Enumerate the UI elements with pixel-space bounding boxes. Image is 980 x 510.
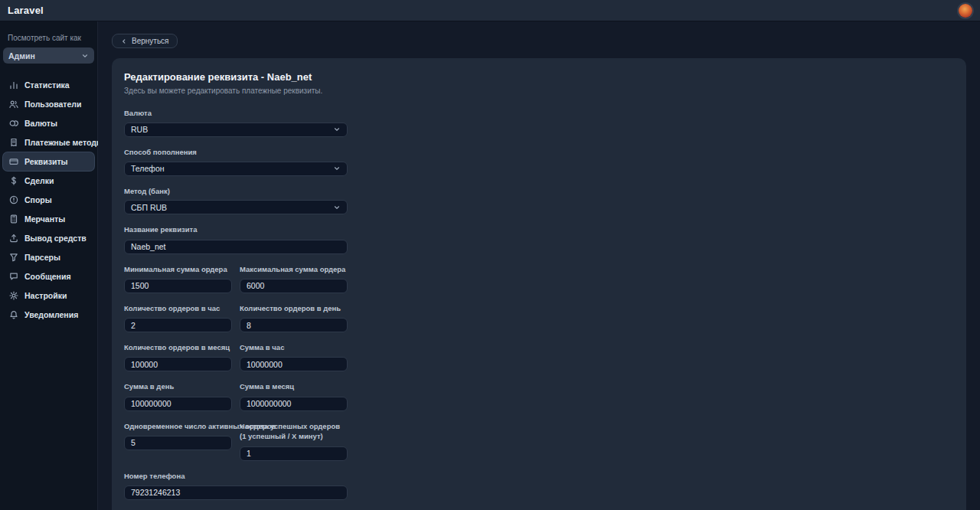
- sidebar-item-users[interactable]: Пользователи: [3, 95, 94, 113]
- active-orders-label: Одновременное число активных ордеров: [124, 421, 232, 432]
- sidebar-item-label: Мерчанты: [24, 214, 65, 224]
- orders-per-month-input[interactable]: [124, 357, 232, 371]
- sidebar-item-label: Парсеры: [24, 253, 60, 262]
- dollar-icon: [8, 176, 18, 186]
- chat-icon: [8, 272, 18, 282]
- sidebar-item-label: Статистика: [24, 80, 70, 90]
- sidebar-item-requisites[interactable]: Реквизиты: [3, 152, 94, 171]
- success-rate-label: Частота успешных ордеров (1 успешный / X…: [240, 421, 348, 443]
- app-logo[interactable]: Laravel: [8, 5, 44, 16]
- coins-icon: [8, 119, 18, 129]
- sidebar-item-disputes[interactable]: Споры: [3, 191, 94, 209]
- credit-card-icon: [8, 157, 18, 167]
- topbar: Laravel: [0, 0, 980, 21]
- sum-per-hour-input[interactable]: [240, 357, 348, 371]
- sidebar-item-label: Сообщения: [24, 272, 71, 281]
- min-order-sum-input[interactable]: [124, 279, 232, 293]
- role-select[interactable]: Админ: [3, 47, 94, 64]
- orders-per-hour-label: Количество ордеров в час: [124, 303, 232, 314]
- shell: Посмотреть сайт как Админ Статистика Пол…: [0, 21, 980, 510]
- upload-icon: [8, 234, 18, 244]
- sidebar: Посмотреть сайт как Админ Статистика Пол…: [0, 21, 98, 510]
- alert-circle-icon: [8, 195, 18, 205]
- sidebar-item-payment-methods[interactable]: Платежные методы: [3, 133, 94, 152]
- sidebar-item-label: Платежные методы: [24, 138, 103, 147]
- sidebar-item-currencies[interactable]: Валюты: [3, 114, 94, 132]
- phone-input[interactable]: [124, 485, 348, 500]
- orders-per-hour-input[interactable]: [124, 318, 232, 332]
- sum-per-month-label: Сумма в месяц: [240, 381, 348, 392]
- sidebar-nav: Статистика Пользователи Валюты Платежные…: [3, 76, 94, 324]
- active-orders-input[interactable]: [124, 436, 232, 450]
- role-select-value: Админ: [8, 51, 35, 60]
- back-button[interactable]: Вернуться: [112, 34, 178, 48]
- chevron-down-icon: [333, 165, 341, 172]
- app-root: Laravel Посмотреть сайт как Админ Статис…: [0, 0, 980, 510]
- min-order-sum-label: Минимальная сумма ордера: [124, 264, 232, 275]
- bank-method-label: Метод (банк): [124, 186, 348, 197]
- bell-icon: [8, 310, 18, 320]
- bank-method-select-value: СБП RUB: [131, 203, 167, 212]
- sidebar-item-label: Реквизиты: [24, 157, 68, 166]
- success-rate-input[interactable]: [240, 446, 348, 461]
- edit-requisite-card: Редактирование реквизита - Naeb_net Здес…: [112, 58, 966, 510]
- sidebar-item-label: Пользователи: [24, 100, 81, 109]
- sidebar-item-merchants[interactable]: Мерчанты: [3, 210, 94, 228]
- funnel-icon: [8, 253, 18, 263]
- phone-label: Номер телефона: [124, 471, 348, 482]
- currency-label: Валюта: [124, 108, 348, 119]
- requisite-form: Валюта RUB Способ пополнения Телефон: [124, 108, 348, 510]
- chevron-left-icon: [120, 38, 128, 45]
- receipt-icon: [8, 138, 18, 148]
- chevron-down-icon: [333, 204, 341, 211]
- sidebar-item-messages[interactable]: Сообщения: [3, 267, 94, 286]
- view-site-as-label: Посмотреть сайт как: [3, 34, 94, 42]
- back-button-label: Вернуться: [132, 37, 169, 45]
- sum-per-month-input[interactable]: [240, 397, 348, 411]
- chevron-down-icon: [333, 126, 341, 133]
- sidebar-item-settings[interactable]: Настройки: [3, 286, 94, 305]
- chevron-down-icon: [81, 52, 89, 60]
- main-content: Вернуться Редактирование реквизита - Nae…: [98, 21, 980, 510]
- sidebar-item-label: Вывод средств: [24, 234, 87, 243]
- sum-per-day-input[interactable]: [124, 397, 232, 411]
- orders-per-day-input[interactable]: [240, 318, 348, 332]
- sum-per-day-label: Сумма в день: [124, 381, 232, 392]
- sidebar-item-parsers[interactable]: Парсеры: [3, 248, 94, 266]
- topup-method-select-value: Телефон: [131, 164, 165, 173]
- sidebar-item-label: Настройки: [24, 291, 67, 300]
- sidebar-item-notifications[interactable]: Уведомления: [3, 306, 94, 324]
- currency-select-value: RUB: [131, 125, 148, 134]
- orders-per-month-label: Количество ордеров в месяц: [124, 342, 232, 353]
- gear-icon: [8, 291, 18, 301]
- page-title: Редактирование реквизита - Naeb_net: [124, 71, 954, 83]
- bank-method-select[interactable]: СБП RUB: [124, 200, 348, 214]
- users-icon: [8, 100, 18, 110]
- orders-per-day-label: Количество ордеров в день: [240, 303, 348, 314]
- topup-method-select[interactable]: Телефон: [124, 162, 348, 176]
- sum-per-hour-label: Сумма в час: [240, 342, 348, 353]
- sidebar-item-statistics[interactable]: Статистика: [3, 76, 94, 94]
- max-order-sum-input[interactable]: [240, 279, 348, 293]
- requisite-name-input[interactable]: [124, 240, 348, 254]
- sidebar-item-label: Сделки: [24, 176, 54, 185]
- calculator-icon: [8, 214, 18, 224]
- requisite-name-label: Название реквизита: [124, 224, 348, 235]
- page-subtitle: Здесь вы можете редактировать платежные …: [124, 87, 954, 95]
- currency-select[interactable]: RUB: [124, 123, 348, 137]
- sidebar-item-label: Валюты: [24, 119, 57, 128]
- bar-chart-icon: [8, 80, 18, 90]
- max-order-sum-label: Максимальная сумма ордера: [240, 264, 348, 275]
- sidebar-item-deals[interactable]: Сделки: [3, 172, 94, 190]
- sidebar-item-label: Споры: [24, 195, 52, 204]
- user-avatar[interactable]: [959, 4, 972, 18]
- topup-method-label: Способ пополнения: [124, 147, 348, 158]
- sidebar-item-label: Уведомления: [24, 310, 78, 319]
- sidebar-item-withdrawals[interactable]: Вывод средств: [3, 229, 94, 247]
